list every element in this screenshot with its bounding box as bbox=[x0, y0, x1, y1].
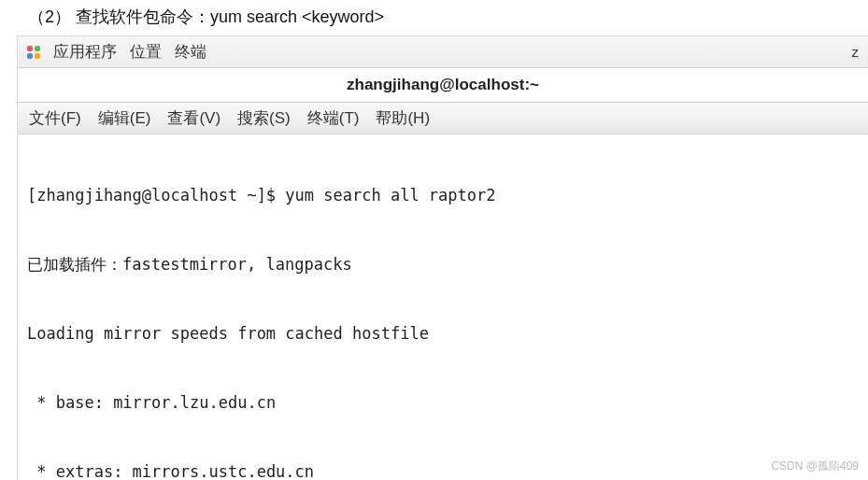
menu-help[interactable]: 帮助(H) bbox=[376, 107, 430, 129]
output-mirror-extras: * extras: mirrors.ustc.edu.cn bbox=[27, 460, 861, 480]
window-title: zhangjihang@localhost:~ bbox=[18, 68, 868, 103]
menu-view[interactable]: 查看(V) bbox=[167, 107, 221, 129]
menu-terminal-indicator[interactable]: 终端 bbox=[175, 41, 206, 63]
gnome-top-panel: 应用程序 位置 终端 z bbox=[18, 36, 868, 68]
output-plugins: 已加载插件：fastestmirror, langpacks bbox=[27, 253, 861, 276]
prompt-text: [zhangjihang@localhost ~]$ bbox=[27, 186, 285, 205]
menu-search[interactable]: 搜索(S) bbox=[237, 107, 291, 129]
terminal-window: 应用程序 位置 终端 z zhangjihang@localhost:~ 文件(… bbox=[17, 35, 868, 480]
prompt-line-1: [zhangjihang@localhost ~]$ yum search al… bbox=[27, 184, 861, 207]
panel-right-text: z bbox=[852, 44, 860, 60]
watermark-text: CSDN @孤陌409 bbox=[771, 459, 859, 474]
menu-file[interactable]: 文件(F) bbox=[29, 107, 81, 129]
output-mirror-base: * base: mirror.lzu.edu.cn bbox=[27, 391, 861, 415]
menu-terminal[interactable]: 终端(T) bbox=[307, 107, 360, 129]
caption-text: （2） 查找软件包命令：yum search <keyword> bbox=[0, 0, 868, 35]
output-loading: Loading mirror speeds from cached hostfi… bbox=[27, 322, 861, 346]
menu-edit[interactable]: 编辑(E) bbox=[98, 107, 151, 129]
terminal-output[interactable]: [zhangjihang@localhost ~]$ yum search al… bbox=[18, 134, 868, 480]
command-text: yum search all raptor2 bbox=[285, 186, 495, 205]
menu-applications[interactable]: 应用程序 bbox=[53, 41, 117, 63]
terminal-menubar: 文件(F) 编辑(E) 查看(V) 搜索(S) 终端(T) 帮助(H) bbox=[18, 103, 868, 134]
menu-places[interactable]: 位置 bbox=[130, 41, 162, 63]
applications-icon[interactable] bbox=[27, 46, 40, 59]
